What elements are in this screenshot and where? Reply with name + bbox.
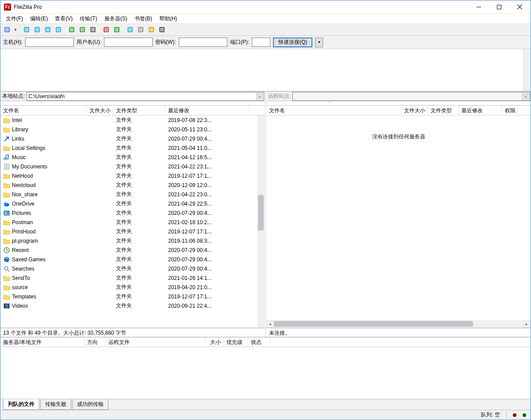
file-row[interactable]: Local Settings文件夹2021-05-04 11:0...	[0, 143, 257, 153]
col-name[interactable]: 文件名	[266, 106, 401, 115]
col-type[interactable]: 文件类型	[428, 106, 459, 115]
file-row[interactable]: Nox_share文件夹2021-04-22 23:0...	[0, 190, 257, 199]
col-type[interactable]: 文件类型	[113, 106, 165, 115]
refresh-button[interactable]	[67, 25, 77, 34]
port-input[interactable]	[252, 38, 270, 47]
qcol-direction[interactable]: 方向	[85, 337, 106, 347]
remote-path-combo[interactable]: ⌄	[292, 92, 530, 101]
pictures-icon	[3, 210, 10, 217]
local-tree-collapsed[interactable]: ⌃	[0, 101, 265, 106]
local-path-combo[interactable]: C:\Users\xiaoh\ ⌄	[27, 92, 264, 101]
col-modified[interactable]: 最近修改	[459, 106, 502, 115]
local-file-body[interactable]: Intel文件夹2019-07-08 22:3...Library文件夹2020…	[0, 115, 265, 328]
file-modified: 2020-07-29 00:4...	[165, 256, 250, 263]
file-row[interactable]: Pictures文件夹2020-07-29 00:4...	[0, 208, 257, 218]
file-row[interactable]: Music文件夹2021-04-12 16:5...	[0, 153, 257, 162]
folder-icon	[3, 237, 10, 244]
disconnect-button[interactable]	[101, 25, 111, 34]
menu-item[interactable]: 文件(F)	[2, 14, 27, 23]
file-row[interactable]: Recent文件夹2020-07-29 00:4...	[0, 245, 257, 255]
file-type: 文件夹	[113, 246, 165, 254]
col-permissions[interactable]: 权限	[502, 106, 518, 115]
toggle-log-button[interactable]	[22, 25, 31, 34]
minimize-button[interactable]	[469, 0, 489, 14]
file-row[interactable]: source文件夹2019-04-20 21:0...	[0, 283, 257, 292]
queue-tab[interactable]: 列队的文件	[3, 399, 39, 410]
queue-tab[interactable]: 成功的传输	[72, 399, 108, 410]
toggle-remote-tree-button[interactable]	[43, 25, 53, 34]
file-row[interactable]: Nextcloud文件夹2020-12-09 12:0...	[0, 180, 257, 190]
file-row[interactable]: My Documents文件夹2021-04-22 23:1...	[0, 162, 257, 171]
host-input[interactable]	[25, 38, 74, 47]
chevron-down-icon[interactable]: ⌄	[256, 93, 263, 100]
close-button[interactable]	[509, 0, 530, 14]
menu-item[interactable]: 查看(V)	[51, 14, 76, 23]
cancel-button[interactable]	[88, 25, 98, 34]
file-row[interactable]: PrintHood文件夹2019-12-07 17:1...	[0, 227, 257, 236]
remote-tree-collapsed[interactable]: ⌃	[266, 101, 531, 106]
file-row[interactable]: Templates文件夹2019-12-07 17:1...	[0, 292, 257, 301]
file-name: Nox_share	[12, 191, 38, 198]
toolbar-dropdown-icon[interactable]: ▼	[13, 28, 18, 32]
reconnect-button[interactable]	[112, 25, 122, 34]
col-size[interactable]: 文件大小	[87, 106, 113, 115]
file-name: Intel	[12, 117, 22, 123]
file-row[interactable]: SendTo文件夹2021-01-26 14:1...	[0, 273, 257, 283]
quick-connect-dropdown[interactable]: ▼	[315, 38, 323, 47]
folder-icon	[3, 126, 10, 133]
local-scrollbar[interactable]	[257, 115, 265, 328]
file-row[interactable]: Saved Games文件夹2020-07-29 00:4...	[0, 255, 257, 264]
site-manager-button[interactable]	[2, 25, 12, 34]
quick-connect-button[interactable]: 快速连接(Q)	[273, 38, 312, 47]
remote-file-list: 文件名 文件大小 文件类型 最近修改 权限 没有连接到任何服务器 ◂ ▸	[266, 106, 531, 328]
menu-item[interactable]: 服务器(S)	[101, 14, 131, 23]
username-input[interactable]	[104, 38, 153, 47]
file-row[interactable]: pt-program文件夹2019-11-06 08:3...	[0, 236, 257, 245]
file-row[interactable]: NetHood文件夹2019-12-07 17:1...	[0, 171, 257, 180]
scroll-left-icon[interactable]: ◂	[266, 320, 274, 328]
log-scrollbar[interactable]	[523, 49, 531, 91]
col-modified[interactable]: 最近修改	[165, 106, 250, 115]
qcol-server[interactable]: 服务器/本地文件	[0, 337, 85, 347]
menu-item[interactable]: 编辑(E)	[27, 14, 51, 23]
queue-columns-header: 服务器/本地文件 方向 远程文件 大小 优先级 状态	[0, 337, 531, 347]
file-modified: 2021-04-12 16:5...	[165, 154, 250, 160]
compare-button[interactable]	[125, 25, 135, 34]
file-row[interactable]: Links文件夹2020-07-29 00:4...	[0, 134, 257, 143]
file-row[interactable]: Postman文件夹2021-02-18 10:2...	[0, 218, 257, 227]
qcol-size[interactable]: 大小	[205, 337, 224, 347]
folder-icon	[3, 219, 10, 226]
scroll-right-icon[interactable]: ▸	[523, 320, 531, 328]
toggle-queue-button[interactable]	[54, 25, 63, 34]
remote-site-label: 远程站点:	[266, 92, 292, 100]
file-row[interactable]: Library文件夹2020-05-11 23:0...	[0, 125, 257, 134]
qcol-status[interactable]: 状态	[248, 337, 270, 347]
file-row[interactable]: Videos文件夹2020-09-21 22:4...	[0, 301, 257, 310]
remote-file-body[interactable]: 没有连接到任何服务器	[266, 115, 531, 320]
message-log[interactable]	[0, 49, 531, 92]
filter-button[interactable]	[77, 25, 87, 34]
file-name: Links	[12, 136, 24, 142]
toggle-local-tree-button[interactable]	[32, 25, 42, 34]
queue-tab[interactable]: 传输失败	[40, 399, 71, 410]
col-name[interactable]: 文件名	[0, 106, 87, 115]
password-input[interactable]	[179, 38, 227, 47]
chevron-down-icon[interactable]: ⌄	[522, 93, 529, 100]
maximize-button[interactable]	[489, 0, 509, 14]
col-size[interactable]: 文件大小	[401, 106, 428, 115]
qcol-priority[interactable]: 优先级	[224, 337, 248, 347]
binoculars-button[interactable]	[157, 25, 167, 34]
file-row[interactable]: Searches文件夹2020-07-29 00:4...	[0, 264, 257, 273]
file-row[interactable]: OneDrive文件夹2021-04-29 22:5...	[0, 199, 257, 208]
file-row[interactable]: Intel文件夹2019-07-08 22:3...	[0, 115, 257, 125]
menu-item[interactable]: 传输(T)	[76, 14, 100, 23]
doc-icon	[3, 163, 10, 170]
remote-hscrollbar[interactable]: ◂ ▸	[266, 320, 531, 328]
qcol-remote[interactable]: 远程文件	[106, 337, 205, 347]
file-modified: 2021-02-18 10:2...	[165, 219, 250, 225]
queue-body[interactable]	[0, 347, 531, 399]
sync-browse-button[interactable]	[146, 25, 156, 34]
menu-item[interactable]: 帮助(H)	[156, 14, 181, 23]
menu-item[interactable]: 书签(B)	[131, 14, 156, 23]
find-files-button[interactable]	[136, 25, 146, 34]
